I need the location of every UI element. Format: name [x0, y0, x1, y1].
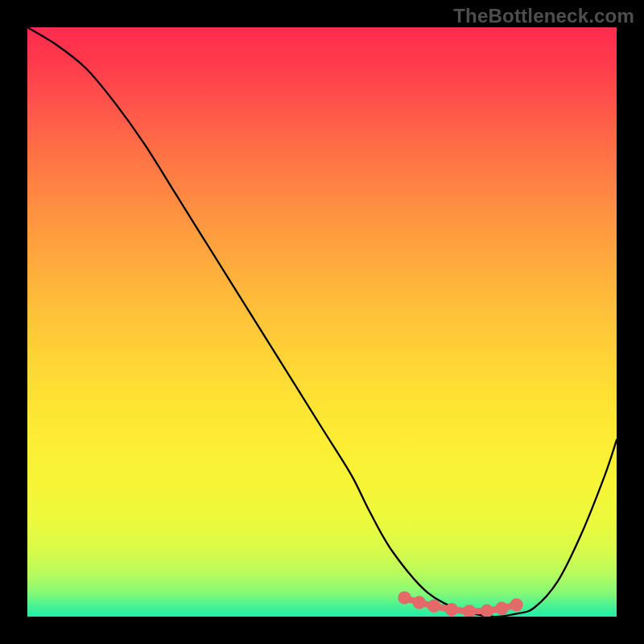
- curve-svg: [27, 27, 617, 617]
- bottleneck-curve-path: [27, 27, 617, 617]
- plot-area: [27, 27, 617, 617]
- chart-wrapper: TheBottleneck.com: [0, 0, 644, 644]
- watermark-text: TheBottleneck.com: [453, 5, 634, 27]
- optimal-range-highlight: [401, 594, 519, 614]
- highlight-dot: [513, 601, 519, 608]
